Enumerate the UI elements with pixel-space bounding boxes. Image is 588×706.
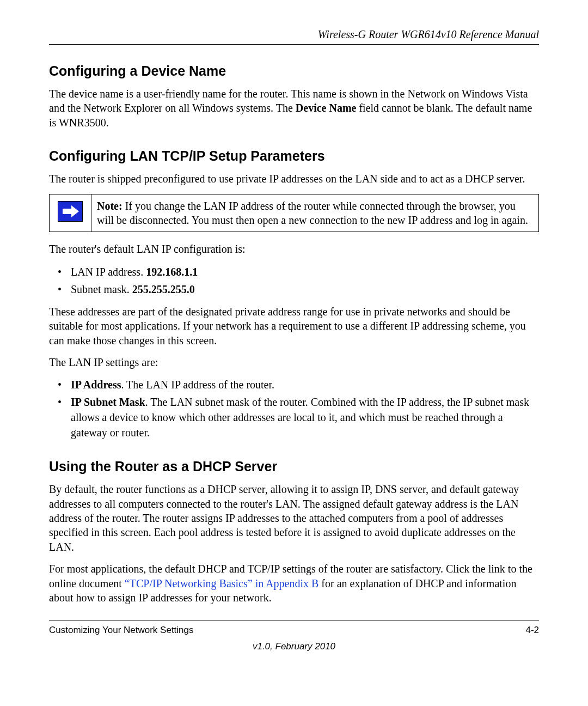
paragraph: The LAN IP settings are: [49, 355, 539, 369]
footer-rule [49, 620, 539, 620]
paragraph: The router's default LAN IP configuratio… [49, 242, 539, 256]
list-item: IP Address. The LAN IP address of the ro… [49, 377, 539, 392]
note-text: Note: If you change the LAN IP address o… [91, 194, 539, 232]
page-number: 4-2 [525, 625, 539, 636]
text: Subnet mask. [71, 283, 132, 295]
footer-section-title: Customizing Your Network Settings [49, 625, 194, 636]
arrow-right-icon [58, 201, 83, 222]
document-header-title: Wireless-G Router WGR614v10 Reference Ma… [49, 28, 539, 41]
note-label: Note: [97, 200, 122, 212]
paragraph: By default, the router functions as a DH… [49, 482, 539, 554]
section-heading-dhcp-server: Using the Router as a DHCP Server [49, 459, 539, 474]
header-rule [49, 44, 539, 45]
page-footer: Customizing Your Network Settings 4-2 v1… [49, 620, 539, 652]
appendix-link[interactable]: “TCP/IP Networking Basics” in Appendix B [125, 577, 318, 589]
bold-text: 192.168.1.1 [146, 266, 198, 278]
section-heading-device-name: Configuring a Device Name [49, 63, 539, 79]
text: . The LAN IP address of the router. [121, 379, 274, 391]
footer-version: v1.0, February 2010 [49, 641, 539, 652]
paragraph: The router is shipped preconfigured to u… [49, 172, 539, 186]
list-item: LAN IP address. 192.168.1.1 [49, 264, 539, 279]
paragraph: The device name is a user-friendly name … [49, 87, 539, 130]
note-icon-cell [50, 194, 91, 232]
bold-text: Device Name [296, 102, 357, 114]
note-body: If you change the LAN IP address of the … [97, 200, 528, 226]
text: LAN IP address. [71, 266, 146, 278]
bold-text: IP Address [71, 379, 121, 391]
section-heading-lan-tcpip: Configuring LAN TCP/IP Setup Parameters [49, 148, 539, 164]
bold-text: 255.255.255.0 [132, 283, 195, 295]
bullet-list: LAN IP address. 192.168.1.1 Subnet mask.… [49, 264, 539, 297]
paragraph: These addresses are part of the designat… [49, 305, 539, 348]
list-item: IP Subnet Mask. The LAN subnet mask of t… [49, 394, 539, 440]
bold-text: IP Subnet Mask [71, 396, 145, 408]
list-item: Subnet mask. 255.255.255.0 [49, 282, 539, 297]
bullet-list: IP Address. The LAN IP address of the ro… [49, 377, 539, 440]
paragraph: For most applications, the default DHCP … [49, 562, 539, 605]
note-box: Note: If you change the LAN IP address o… [49, 194, 539, 233]
